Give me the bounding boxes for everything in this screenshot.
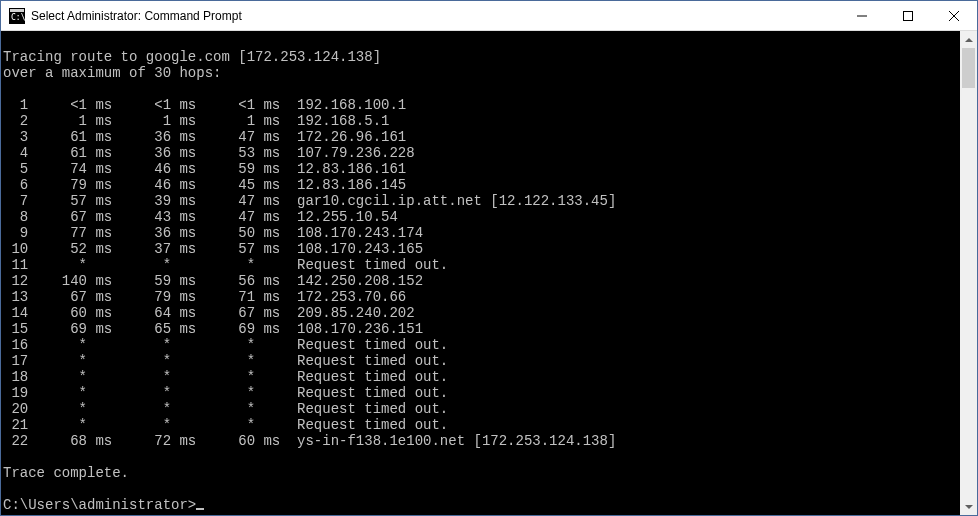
maximize-button[interactable] [885, 1, 931, 30]
vertical-scrollbar[interactable] [960, 31, 977, 515]
scrollbar-track[interactable] [960, 48, 977, 498]
minimize-button[interactable] [839, 1, 885, 30]
svg-rect-4 [904, 11, 913, 20]
scroll-up-arrow-icon[interactable] [960, 31, 977, 48]
scroll-down-arrow-icon[interactable] [960, 498, 977, 515]
window-controls [839, 1, 977, 30]
window-title: Select Administrator: Command Prompt [31, 9, 839, 23]
svg-marker-7 [965, 38, 973, 42]
prompt-text: C:\Users\administrator> [3, 497, 196, 513]
svg-rect-1 [10, 9, 24, 12]
titlebar[interactable]: C:\ Select Administrator: Command Prompt [1, 1, 977, 31]
svg-marker-8 [965, 505, 973, 509]
svg-text:C:\: C:\ [11, 13, 25, 22]
close-button[interactable] [931, 1, 977, 30]
text-cursor [196, 508, 204, 510]
cmd-icon: C:\ [9, 8, 25, 24]
console-output[interactable]: Tracing route to google.com [172.253.124… [1, 31, 960, 515]
scrollbar-thumb[interactable] [962, 48, 975, 88]
console-area: Tracing route to google.com [172.253.124… [1, 31, 977, 515]
command-prompt-window: C:\ Select Administrator: Command Prompt… [0, 0, 978, 516]
